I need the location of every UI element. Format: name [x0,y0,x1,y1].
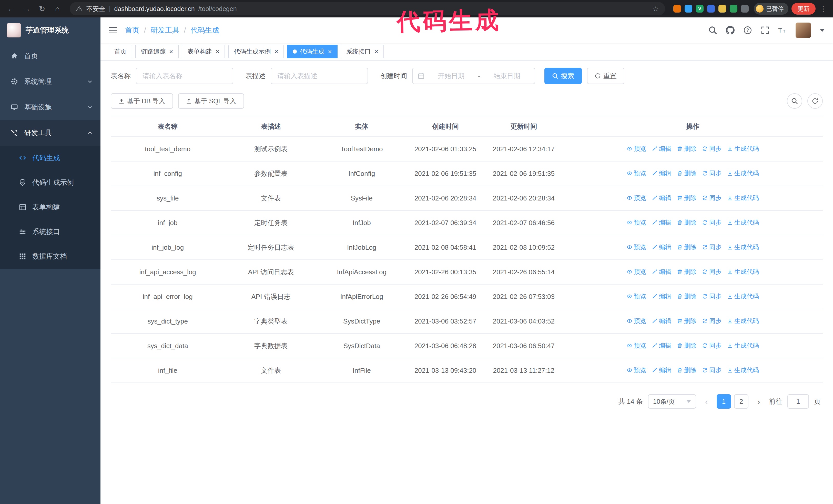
sidebar-item-home[interactable]: 首页 [0,43,100,69]
search-icon[interactable] [709,26,717,34]
action-edit[interactable]: 编辑 [652,168,671,179]
action-edit[interactable]: 编辑 [652,241,671,253]
next-page-button[interactable]: › [754,397,764,406]
back-icon[interactable]: ← [5,3,18,15]
app-logo[interactable]: 芋道管理系统 [0,18,100,43]
tab-链路追踪[interactable]: 链路追踪× [135,45,178,58]
action-generate[interactable]: 生成代码 [727,364,759,376]
action-generate[interactable]: 生成代码 [727,241,759,253]
action-sync[interactable]: 同步 [702,143,721,154]
reset-button[interactable]: 重置 [587,68,624,84]
refresh-button[interactable] [807,93,823,109]
sidebar-item-db-doc[interactable]: 数据库文档 [0,244,100,269]
extension-icon[interactable]: V [696,5,704,13]
action-edit[interactable]: 编辑 [652,192,671,203]
extension-icon[interactable] [741,5,749,13]
fullscreen-icon[interactable] [761,26,769,34]
action-sync[interactable]: 同步 [702,168,721,179]
import-sql-button[interactable]: 基于 SQL 导入 [178,93,244,109]
action-edit[interactable]: 编辑 [652,364,671,376]
action-delete[interactable]: 删除 [677,143,696,154]
action-generate[interactable]: 生成代码 [727,217,759,228]
action-generate[interactable]: 生成代码 [727,291,759,302]
tab-系统接口[interactable]: 系统接口× [341,45,384,58]
extension-icon[interactable] [730,5,737,13]
date-range-picker[interactable]: 开始日期 - 结束日期 [412,68,535,84]
action-generate[interactable]: 生成代码 [727,143,759,154]
action-delete[interactable]: 删除 [677,241,696,253]
update-button[interactable]: 更新 [791,3,815,15]
home-icon[interactable]: ⌂ [51,3,64,15]
action-preview[interactable]: 预览 [627,364,646,376]
action-sync[interactable]: 同步 [702,364,721,376]
tab-代码生成[interactable]: 代码生成× [287,45,337,58]
action-preview[interactable]: 预览 [627,143,646,154]
action-generate[interactable]: 生成代码 [727,315,759,327]
page-button-1[interactable]: 1 [717,394,731,409]
breadcrumb-item[interactable]: 代码生成 [191,25,219,35]
action-delete[interactable]: 删除 [677,217,696,228]
close-icon[interactable]: × [216,48,219,55]
paused-badge[interactable]: 已暂停 [754,3,788,15]
action-sync[interactable]: 同步 [702,192,721,203]
search-button[interactable]: 搜索 [544,68,582,84]
action-sync[interactable]: 同步 [702,217,721,228]
action-delete[interactable]: 删除 [677,192,696,203]
tab-表单构建[interactable]: 表单构建× [182,45,225,58]
extension-icon[interactable] [685,5,692,13]
breadcrumb-item[interactable]: 研发工具 [151,25,180,35]
action-edit[interactable]: 编辑 [652,315,671,327]
action-generate[interactable]: 生成代码 [727,168,759,179]
action-preview[interactable]: 预览 [627,241,646,253]
breadcrumb-item[interactable]: 首页 [125,25,139,35]
action-preview[interactable]: 预览 [627,168,646,179]
reload-icon[interactable]: ↻ [36,3,48,15]
goto-page-input[interactable] [787,394,809,409]
toggle-search-button[interactable] [787,93,802,109]
sidebar-item-infra[interactable]: 基础设施 [0,94,100,120]
sidebar-item-codegen[interactable]: 代码生成 [0,146,100,170]
avatar-caret-icon[interactable] [820,29,825,32]
action-generate[interactable]: 生成代码 [727,192,759,203]
action-sync[interactable]: 同步 [702,340,721,351]
action-delete[interactable]: 删除 [677,315,696,327]
hamburger-icon[interactable] [109,26,117,34]
action-edit[interactable]: 编辑 [652,340,671,351]
prev-page-button[interactable]: ‹ [701,397,712,406]
action-edit[interactable]: 编辑 [652,266,671,278]
sidebar-item-codegen-example[interactable]: 代码生成示例 [0,170,100,195]
action-edit[interactable]: 编辑 [652,217,671,228]
font-size-icon[interactable]: TT [778,26,787,34]
bookmark-star-icon[interactable]: ☆ [652,5,659,13]
close-icon[interactable]: × [375,48,378,55]
tab-首页[interactable]: 首页 [109,45,132,58]
action-preview[interactable]: 预览 [627,315,646,327]
action-edit[interactable]: 编辑 [652,143,671,154]
action-delete[interactable]: 删除 [677,291,696,302]
forward-icon[interactable]: → [21,3,33,15]
action-preview[interactable]: 预览 [627,266,646,278]
close-icon[interactable]: × [328,48,332,55]
action-preview[interactable]: 预览 [627,291,646,302]
action-sync[interactable]: 同步 [702,266,721,278]
tab-代码生成示例[interactable]: 代码生成示例× [228,45,284,58]
action-sync[interactable]: 同步 [702,291,721,302]
avatar[interactable] [795,23,811,38]
table-desc-input[interactable] [271,68,368,84]
help-icon[interactable]: ? [743,26,752,34]
action-preview[interactable]: 预览 [627,217,646,228]
action-delete[interactable]: 删除 [677,168,696,179]
action-generate[interactable]: 生成代码 [727,266,759,278]
sidebar-item-system-api[interactable]: 系统接口 [0,219,100,244]
action-preview[interactable]: 预览 [627,192,646,203]
github-icon[interactable] [726,26,735,34]
extension-icon[interactable] [707,5,715,13]
import-db-button[interactable]: 基于 DB 导入 [111,93,173,109]
page-button-2[interactable]: 2 [734,394,748,409]
sidebar-item-system[interactable]: 系统管理 [0,69,100,94]
close-icon[interactable]: × [169,48,173,55]
page-size-select[interactable]: 10条/页 [648,394,696,409]
address-bar[interactable]: 不安全 | dashboard.yudao.iocoder.cn/tool/co… [70,2,665,16]
action-preview[interactable]: 预览 [627,340,646,351]
action-edit[interactable]: 编辑 [652,291,671,302]
